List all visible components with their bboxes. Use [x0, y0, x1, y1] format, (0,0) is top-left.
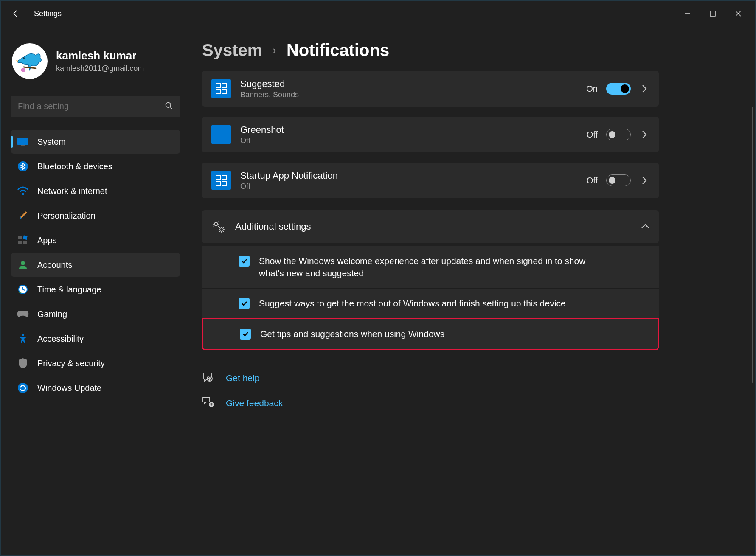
person-icon: [17, 259, 29, 271]
checkbox[interactable]: [239, 298, 250, 309]
scrollbar[interactable]: [752, 107, 753, 383]
checkbox-label: Show the Windows welcome experience afte…: [259, 255, 607, 280]
svg-point-5: [21, 68, 25, 72]
feedback-link-text[interactable]: Give feedback: [226, 398, 283, 408]
help-icon: ?: [202, 371, 215, 385]
chevron-right-icon: [639, 84, 649, 94]
sidebar-item-update[interactable]: Windows Update: [11, 376, 180, 400]
close-button[interactable]: [725, 3, 751, 24]
sidebar-item-accessibility[interactable]: Accessibility: [11, 327, 180, 351]
checkbox[interactable]: [239, 256, 250, 267]
svg-rect-14: [18, 241, 22, 244]
svg-point-19: [22, 334, 24, 336]
chevron-right-icon: [639, 175, 649, 185]
svg-point-16: [21, 261, 25, 265]
avatar: [12, 43, 48, 79]
apps-icon: [17, 234, 29, 246]
main-content: System › Notifications Suggested Banners…: [185, 26, 755, 555]
svg-point-29: [214, 222, 218, 226]
sidebar-item-privacy[interactable]: Privacy & security: [11, 351, 180, 375]
additional-settings-expander[interactable]: Additional settings: [202, 210, 659, 243]
search-input[interactable]: [18, 101, 165, 111]
svg-rect-1: [710, 11, 715, 16]
app-name: Suggested: [240, 79, 299, 90]
help-link-text[interactable]: Get help: [226, 373, 259, 383]
bluetooth-icon: [17, 160, 29, 172]
svg-rect-21: [216, 84, 220, 88]
nav-list: System Bluetooth & devices Network & int…: [11, 130, 180, 400]
checkbox[interactable]: [240, 329, 251, 340]
sidebar-item-personalization[interactable]: Personalization: [11, 204, 180, 227]
minimize-button[interactable]: [674, 3, 700, 24]
sidebar-item-label: Personalization: [37, 211, 96, 221]
sidebar-item-label: Accounts: [37, 260, 72, 270]
gears-icon: [211, 219, 226, 234]
svg-rect-15: [23, 241, 27, 244]
toggle-switch[interactable]: [606, 174, 631, 186]
search-box[interactable]: [11, 96, 180, 117]
square-icon: [211, 125, 231, 144]
sidebar-item-time[interactable]: Time & language: [11, 278, 180, 301]
svg-point-30: [220, 228, 223, 231]
svg-rect-25: [216, 175, 220, 180]
svg-text:?: ?: [208, 377, 211, 381]
app-notification-row-startup[interactable]: Startup App Notification Off Off: [202, 163, 659, 198]
user-profile[interactable]: kamlesh kumar kamlesh2011@gmail.com: [8, 31, 181, 92]
svg-point-34: [210, 404, 211, 404]
svg-line-7: [170, 107, 172, 109]
svg-rect-9: [21, 145, 25, 146]
sidebar-item-accounts[interactable]: Accounts: [11, 253, 180, 277]
chevron-up-icon: [641, 223, 649, 230]
svg-rect-27: [216, 181, 220, 185]
checkbox-row-suggest[interactable]: Suggest ways to get the most out of Wind…: [202, 288, 659, 318]
user-email: kamlesh2011@gmail.com: [56, 64, 144, 73]
sidebar-item-label: Gaming: [37, 309, 67, 319]
tiles-icon: [211, 171, 231, 190]
breadcrumb: System › Notifications: [202, 35, 738, 71]
toggle-switch[interactable]: [606, 83, 631, 95]
svg-point-11: [22, 193, 24, 195]
maximize-button[interactable]: [700, 3, 725, 24]
sidebar: kamlesh kumar kamlesh2011@gmail.com Syst…: [1, 26, 185, 555]
accessibility-icon: [17, 333, 29, 345]
sidebar-item-system[interactable]: System: [11, 130, 180, 154]
checkbox-label: Get tips and suggestions when using Wind…: [260, 328, 444, 340]
app-name: Greenshot: [240, 124, 284, 135]
svg-point-20: [18, 383, 28, 393]
sidebar-item-label: Accessibility: [37, 334, 84, 344]
expander-title: Additional settings: [235, 221, 311, 232]
checkbox-row-welcome[interactable]: Show the Windows welcome experience afte…: [202, 246, 659, 288]
chevron-right-icon: [639, 129, 649, 140]
toggle-state-label: Off: [587, 176, 598, 185]
breadcrumb-parent[interactable]: System: [202, 41, 262, 60]
svg-rect-8: [17, 138, 28, 145]
app-sub: Banners, Sounds: [240, 90, 299, 99]
sidebar-item-label: Privacy & security: [37, 359, 105, 368]
sidebar-item-gaming[interactable]: Gaming: [11, 302, 180, 326]
sidebar-item-label: Network & internet: [37, 186, 107, 196]
back-button[interactable]: [5, 3, 26, 24]
brush-icon: [17, 210, 29, 222]
checkbox-label: Suggest ways to get the most out of Wind…: [259, 297, 566, 309]
update-icon: [17, 382, 29, 394]
app-notification-row-greenshot[interactable]: Greenshot Off Off: [202, 117, 659, 152]
sidebar-item-label: Bluetooth & devices: [37, 162, 112, 171]
toggle-switch[interactable]: [606, 129, 631, 140]
feedback-link[interactable]: Give feedback: [202, 397, 738, 410]
svg-rect-13: [23, 235, 28, 240]
app-notification-row-suggested[interactable]: Suggested Banners, Sounds On: [202, 71, 659, 107]
shield-icon: [17, 357, 29, 369]
app-name: Startup App Notification: [240, 170, 338, 181]
user-name: kamlesh kumar: [56, 49, 144, 62]
checkbox-row-tips[interactable]: Get tips and suggestions when using Wind…: [202, 318, 659, 350]
svg-point-4: [23, 57, 25, 59]
sidebar-item-apps[interactable]: Apps: [11, 228, 180, 252]
toggle-state-label: On: [586, 84, 598, 94]
feedback-icon: [202, 397, 215, 410]
sidebar-item-network[interactable]: Network & internet: [11, 179, 180, 203]
gamepad-icon: [17, 308, 29, 320]
window-title: Settings: [34, 9, 62, 18]
get-help-link[interactable]: ? Get help: [202, 371, 738, 385]
sidebar-item-bluetooth[interactable]: Bluetooth & devices: [11, 154, 180, 178]
sidebar-item-label: Time & language: [37, 285, 101, 295]
